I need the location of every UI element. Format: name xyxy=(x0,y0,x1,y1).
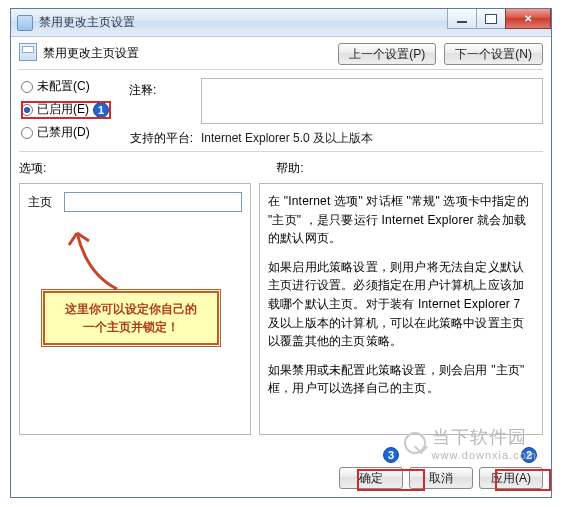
dialog-window: 禁用更改主页设置 禁用更改主页设置 上一个设置(P) 下一个设置(N) xyxy=(10,8,552,498)
radio-dot-icon xyxy=(21,104,33,116)
cancel-button[interactable]: 取消 xyxy=(409,467,473,489)
minimize-button[interactable] xyxy=(447,9,477,29)
radio-enabled[interactable]: 已启用(E) 1 xyxy=(21,101,129,118)
help-panel: 在 "Internet 选项" 对话框 "常规" 选项卡中指定的 "主页" ，是… xyxy=(259,183,543,435)
radio-disabled[interactable]: 已禁用(D) xyxy=(21,124,129,141)
homepage-input[interactable] xyxy=(64,192,242,212)
help-paragraph: 如果禁用或未配置此策略设置，则会启用 "主页" 框，用户可以选择自己的主页。 xyxy=(268,361,534,398)
platform-label: 支持的平台: xyxy=(129,130,193,147)
radio-not-configured[interactable]: 未配置(C) xyxy=(21,78,129,95)
help-paragraph: 如果启用此策略设置，则用户将无法自定义默认主页进行设置。必须指定在用户计算机上应… xyxy=(268,258,534,351)
help-paragraph: 在 "Internet 选项" 对话框 "常规" 选项卡中指定的 "主页" ，是… xyxy=(268,192,534,248)
help-label: 帮助: xyxy=(276,160,303,177)
radio-label: 已禁用(D) xyxy=(37,124,90,141)
policy-icon xyxy=(19,43,37,61)
next-setting-button[interactable]: 下一个设置(N) xyxy=(444,43,543,65)
radio-label: 未配置(C) xyxy=(37,78,90,95)
callout-line: 这里你可以设定你自己的 xyxy=(50,300,212,318)
annotation-callout: 这里你可以设定你自己的 一个主页并锁定！ xyxy=(41,289,221,347)
title-bar: 禁用更改主页设置 xyxy=(11,9,551,37)
window-title: 禁用更改主页设置 xyxy=(39,14,135,31)
ok-button[interactable]: 确定 xyxy=(339,467,403,489)
maximize-button[interactable] xyxy=(476,9,506,29)
watermark-icon xyxy=(404,432,426,454)
callout-line: 一个主页并锁定！ xyxy=(50,318,212,336)
comment-textarea[interactable] xyxy=(201,78,543,124)
comment-label: 注释: xyxy=(129,78,193,99)
page-title: 禁用更改主页设置 xyxy=(43,43,139,62)
radio-label: 已启用(E) xyxy=(37,101,89,118)
prev-setting-button[interactable]: 上一个设置(P) xyxy=(338,43,436,65)
homepage-field-label: 主页 xyxy=(28,194,58,211)
apply-button[interactable]: 应用(A) xyxy=(479,467,543,489)
radio-dot-icon xyxy=(21,127,33,139)
close-button[interactable] xyxy=(505,9,551,29)
platform-value: Internet Explorer 5.0 及以上版本 xyxy=(201,130,373,147)
app-icon xyxy=(17,15,33,31)
divider xyxy=(19,69,543,70)
badge-2: 2 xyxy=(521,447,537,463)
badge-3: 3 xyxy=(383,447,399,463)
radio-dot-icon xyxy=(21,81,33,93)
badge-1: 1 xyxy=(93,102,109,118)
options-label: 选项: xyxy=(19,160,46,177)
divider xyxy=(19,151,543,152)
